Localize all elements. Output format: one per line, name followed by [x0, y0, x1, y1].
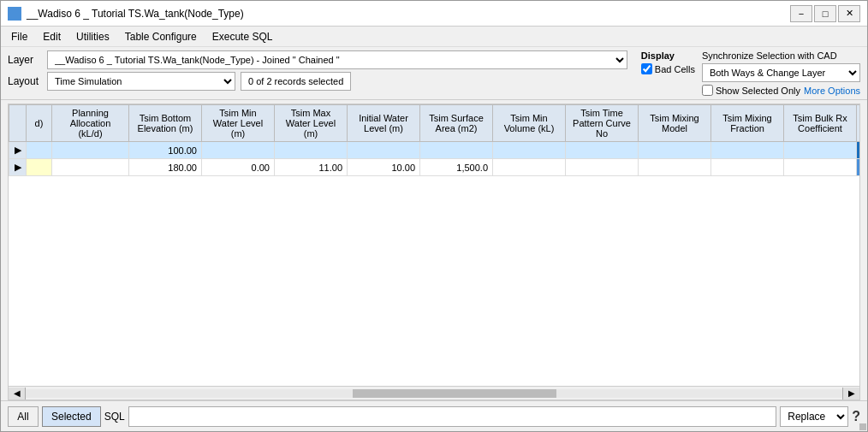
- show-selected-only-checkbox[interactable]: [702, 85, 713, 96]
- sql-input[interactable]: [128, 406, 777, 427]
- layout-label: Layout: [8, 75, 42, 87]
- col-header-indicator: [9, 105, 27, 142]
- display-label: Display: [641, 50, 695, 61]
- cell-bottom-elev-2[interactable]: 180.00: [129, 159, 202, 176]
- col-header-max-water: Tsim MaxWater Level(m): [275, 105, 348, 142]
- data-table: d) PlanningAllocation(kL/d) Tsim BottomE…: [9, 104, 860, 176]
- bad-cells-checkbox[interactable]: [641, 63, 652, 74]
- row-indicator-2: ▶: [9, 159, 27, 176]
- cell-initial-quality-1[interactable]: [857, 142, 861, 159]
- title-bar-controls: − □ ✕: [790, 5, 860, 22]
- data-table-container[interactable]: d) PlanningAllocation(kL/d) Tsim BottomE…: [8, 104, 860, 387]
- col-header-initial-quality: Tsim InitialQuality: [857, 105, 861, 142]
- sql-label: SQL: [104, 411, 125, 423]
- cell-pattern-curve-2[interactable]: [566, 159, 639, 176]
- row-indicator-1: ▶: [9, 142, 27, 159]
- cell-d-2[interactable]: [27, 159, 52, 176]
- cell-bulk-rx-1[interactable]: [784, 142, 857, 159]
- replace-combo[interactable]: Replace: [780, 406, 848, 427]
- scrollbar-thumb[interactable]: [353, 389, 557, 398]
- cell-d-1[interactable]: [27, 142, 52, 159]
- cell-pattern-curve-1[interactable]: [566, 142, 639, 159]
- col-header-d: d): [27, 105, 52, 142]
- layer-label: Layer: [8, 54, 42, 66]
- menu-execute-sql[interactable]: Execute SQL: [205, 29, 280, 44]
- app-icon: [8, 7, 21, 21]
- layer-combo[interactable]: __Wadiso 6 _ Tutorial TS.Wa_tank(Node_Ty…: [47, 50, 627, 69]
- col-header-bottom-elev: Tsim BottomElevation (m): [129, 105, 202, 142]
- sync-combo[interactable]: Both Ways & Change Layer: [702, 63, 860, 82]
- minimize-button[interactable]: −: [790, 5, 812, 22]
- cell-max-water-1[interactable]: [275, 142, 348, 159]
- table-row[interactable]: ▶ 180.00 0.00 11.00 10.00 1,500.0: [9, 159, 861, 176]
- horizontal-scrollbar[interactable]: ◀ ▶: [8, 387, 860, 400]
- cell-min-volume-2[interactable]: [493, 159, 566, 176]
- cell-initial-water-2[interactable]: 10.00: [348, 159, 420, 176]
- cell-min-water-2[interactable]: 0.00: [202, 159, 275, 176]
- more-options-link[interactable]: More Options: [804, 86, 860, 96]
- cell-initial-water-1[interactable]: [348, 142, 420, 159]
- title-bar-left: __Wadiso 6 _ Tutorial TS.Wa_tank(Node_Ty…: [8, 7, 244, 21]
- sync-title: Synchronize Selection with CAD: [702, 50, 860, 61]
- layout-combo[interactable]: Time Simulation: [47, 72, 235, 91]
- help-button[interactable]: ?: [852, 409, 860, 424]
- cell-planning-2[interactable]: [52, 159, 129, 176]
- cell-min-volume-1[interactable]: [493, 142, 566, 159]
- cell-mixing-model-2[interactable]: [639, 159, 711, 176]
- col-header-initial-water: Initial WaterLevel (m): [348, 105, 420, 142]
- close-button[interactable]: ✕: [838, 5, 860, 22]
- cell-bulk-rx-2[interactable]: [784, 159, 857, 176]
- menu-edit[interactable]: Edit: [36, 29, 68, 44]
- title-bar: __Wadiso 6 _ Tutorial TS.Wa_tank(Node_Ty…: [1, 1, 867, 27]
- all-button[interactable]: All: [8, 406, 39, 427]
- scroll-left-btn[interactable]: ◀: [9, 388, 26, 399]
- scroll-right-btn[interactable]: ▶: [842, 388, 859, 399]
- table-row[interactable]: ▶ 100.00: [9, 142, 861, 159]
- cell-mixing-model-1[interactable]: [639, 142, 711, 159]
- cell-surface-area-1[interactable]: [420, 142, 493, 159]
- col-header-mixing-fraction: Tsim MixingFraction: [711, 105, 784, 142]
- show-selected-only-label[interactable]: Show Selected Only: [702, 85, 800, 96]
- bad-cells-label[interactable]: Bad Cells: [641, 63, 695, 74]
- cell-surface-area-2[interactable]: 1,500.0: [420, 159, 493, 176]
- col-header-bulk-rx: Tsim Bulk RxCoefficient: [784, 105, 857, 142]
- menu-table-configure[interactable]: Table Configure: [118, 29, 204, 44]
- menu-utilities[interactable]: Utilities: [69, 29, 116, 44]
- cell-initial-quality-2[interactable]: [857, 159, 861, 176]
- menu-bar: File Edit Utilities Table Configure Exec…: [1, 27, 867, 47]
- col-header-planning: PlanningAllocation(kL/d): [52, 105, 129, 142]
- col-header-mixing-model: Tsim MixingModel: [639, 105, 711, 142]
- cell-bottom-elev-1[interactable]: 100.00: [129, 142, 202, 159]
- col-header-pattern-curve: Tsim TimePattern CurveNo: [566, 105, 639, 142]
- bottom-bar: All Selected SQL Replace ?: [1, 400, 867, 431]
- selected-button[interactable]: Selected: [42, 406, 101, 427]
- status-badge: 0 of 2 records selected: [241, 72, 351, 91]
- main-window: __Wadiso 6 _ Tutorial TS.Wa_tank(Node_Ty…: [0, 0, 868, 432]
- menu-file[interactable]: File: [4, 29, 34, 44]
- cell-max-water-2[interactable]: 11.00: [275, 159, 348, 176]
- resize-handle[interactable]: [859, 423, 866, 430]
- col-header-min-water: Tsim MinWater Level(m): [202, 105, 275, 142]
- scrollbar-track[interactable]: [26, 389, 842, 398]
- maximize-button[interactable]: □: [814, 5, 836, 22]
- cell-min-water-1[interactable]: [202, 142, 275, 159]
- cell-planning-1[interactable]: [52, 142, 129, 159]
- col-header-surface-area: Tsim SurfaceArea (m2): [420, 105, 493, 142]
- col-header-min-volume: Tsim MinVolume (kL): [493, 105, 566, 142]
- cell-mixing-fraction-1[interactable]: [711, 142, 784, 159]
- cell-mixing-fraction-2[interactable]: [711, 159, 784, 176]
- window-title: __Wadiso 6 _ Tutorial TS.Wa_tank(Node_Ty…: [27, 8, 244, 20]
